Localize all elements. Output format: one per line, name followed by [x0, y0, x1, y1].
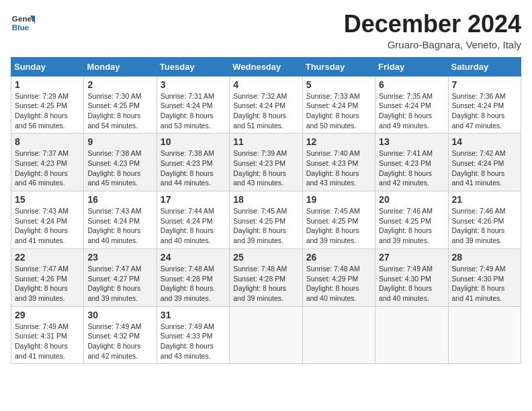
calendar-cell: [230, 306, 302, 364]
day-info: Sunrise: 7:45 AM Sunset: 4:25 PM Dayligh…: [233, 206, 298, 246]
day-number: 21: [452, 194, 517, 205]
calendar-cell: 29Sunrise: 7:49 AM Sunset: 4:31 PM Dayli…: [11, 306, 84, 364]
day-number: 20: [379, 194, 444, 205]
day-info: Sunrise: 7:49 AM Sunset: 4:30 PM Dayligh…: [379, 264, 444, 304]
day-info: Sunrise: 7:29 AM Sunset: 4:25 PM Dayligh…: [15, 91, 80, 131]
day-number: 31: [161, 310, 226, 320]
day-info: Sunrise: 7:41 AM Sunset: 4:23 PM Dayligh…: [379, 148, 444, 188]
day-info: Sunrise: 7:48 AM Sunset: 4:29 PM Dayligh…: [306, 264, 371, 304]
weekday-header-monday: Monday: [84, 57, 157, 76]
day-number: 26: [306, 252, 371, 263]
calendar-cell: 3Sunrise: 7:31 AM Sunset: 4:24 PM Daylig…: [157, 76, 229, 134]
day-info: Sunrise: 7:43 AM Sunset: 4:24 PM Dayligh…: [87, 206, 152, 246]
calendar-cell: 21Sunrise: 7:46 AM Sunset: 4:26 PM Dayli…: [448, 191, 521, 249]
calendar-cell: 26Sunrise: 7:48 AM Sunset: 4:29 PM Dayli…: [302, 248, 375, 306]
calendar-cell: 23Sunrise: 7:47 AM Sunset: 4:27 PM Dayli…: [84, 248, 157, 306]
day-info: Sunrise: 7:49 AM Sunset: 4:33 PM Dayligh…: [161, 322, 226, 361]
calendar-cell: 30Sunrise: 7:49 AM Sunset: 4:32 PM Dayli…: [84, 306, 157, 364]
title-block: December 2024 Gruaro-Bagnara, Veneto, It…: [344, 11, 521, 50]
day-number: 14: [452, 136, 517, 147]
main-title: December 2024: [344, 11, 521, 38]
day-number: 9: [87, 136, 152, 147]
svg-text:Blue: Blue: [12, 23, 30, 32]
calendar-cell: 18Sunrise: 7:45 AM Sunset: 4:25 PM Dayli…: [230, 191, 302, 249]
day-number: 2: [87, 79, 152, 90]
day-info: Sunrise: 7:44 AM Sunset: 4:24 PM Dayligh…: [161, 206, 226, 246]
day-number: 11: [233, 136, 298, 147]
calendar-cell: 27Sunrise: 7:49 AM Sunset: 4:30 PM Dayli…: [375, 248, 448, 306]
day-number: 5: [306, 79, 371, 90]
day-info: Sunrise: 7:42 AM Sunset: 4:24 PM Dayligh…: [452, 148, 517, 188]
day-number: 25: [233, 252, 298, 263]
weekday-header-thursday: Thursday: [302, 57, 375, 76]
day-number: 28: [452, 252, 517, 263]
day-info: Sunrise: 7:43 AM Sunset: 4:24 PM Dayligh…: [15, 206, 80, 246]
day-number: 3: [161, 79, 226, 90]
day-info: Sunrise: 7:33 AM Sunset: 4:24 PM Dayligh…: [306, 91, 371, 131]
calendar-cell: 10Sunrise: 7:38 AM Sunset: 4:23 PM Dayli…: [157, 134, 229, 191]
day-number: 29: [15, 310, 80, 320]
calendar-cell: [448, 306, 521, 364]
day-info: Sunrise: 7:35 AM Sunset: 4:24 PM Dayligh…: [379, 91, 444, 131]
svg-text:General: General: [12, 14, 35, 23]
day-number: 18: [233, 194, 298, 205]
weekday-header-wednesday: Wednesday: [230, 57, 302, 76]
weekday-header-sunday: Sunday: [11, 57, 84, 76]
day-info: Sunrise: 7:49 AM Sunset: 4:30 PM Dayligh…: [452, 264, 517, 304]
calendar-cell: 1Sunrise: 7:29 AM Sunset: 4:25 PM Daylig…: [11, 76, 84, 134]
day-number: 24: [161, 252, 226, 263]
calendar-cell: 31Sunrise: 7:49 AM Sunset: 4:33 PM Dayli…: [157, 306, 229, 364]
calendar-cell: 28Sunrise: 7:49 AM Sunset: 4:30 PM Dayli…: [448, 248, 521, 306]
subtitle: Gruaro-Bagnara, Veneto, Italy: [344, 39, 521, 50]
day-info: Sunrise: 7:47 AM Sunset: 4:26 PM Dayligh…: [15, 264, 80, 304]
day-info: Sunrise: 7:36 AM Sunset: 4:24 PM Dayligh…: [452, 91, 517, 131]
calendar-week-3: 15Sunrise: 7:43 AM Sunset: 4:24 PM Dayli…: [11, 191, 521, 249]
calendar-week-1: 1Sunrise: 7:29 AM Sunset: 4:25 PM Daylig…: [11, 76, 521, 134]
day-number: 27: [379, 252, 444, 263]
calendar-cell: 25Sunrise: 7:48 AM Sunset: 4:28 PM Dayli…: [230, 248, 302, 306]
day-number: 13: [379, 136, 444, 147]
day-info: Sunrise: 7:38 AM Sunset: 4:23 PM Dayligh…: [161, 148, 226, 188]
calendar-week-4: 22Sunrise: 7:47 AM Sunset: 4:26 PM Dayli…: [11, 248, 521, 306]
calendar-cell: 12Sunrise: 7:40 AM Sunset: 4:23 PM Dayli…: [302, 134, 375, 191]
day-number: 15: [15, 194, 80, 205]
day-number: 30: [87, 310, 152, 320]
calendar-cell: [302, 306, 375, 364]
day-info: Sunrise: 7:48 AM Sunset: 4:28 PM Dayligh…: [161, 264, 226, 304]
day-number: 17: [161, 194, 226, 205]
calendar-cell: 17Sunrise: 7:44 AM Sunset: 4:24 PM Dayli…: [157, 191, 229, 249]
day-info: Sunrise: 7:38 AM Sunset: 4:23 PM Dayligh…: [87, 148, 152, 188]
day-info: Sunrise: 7:39 AM Sunset: 4:23 PM Dayligh…: [233, 148, 298, 188]
calendar-cell: 8Sunrise: 7:37 AM Sunset: 4:23 PM Daylig…: [11, 134, 84, 191]
day-info: Sunrise: 7:46 AM Sunset: 4:25 PM Dayligh…: [379, 206, 444, 246]
calendar-cell: 4Sunrise: 7:32 AM Sunset: 4:24 PM Daylig…: [230, 76, 302, 134]
day-info: Sunrise: 7:49 AM Sunset: 4:31 PM Dayligh…: [15, 322, 80, 361]
day-number: 6: [379, 79, 444, 90]
day-info: Sunrise: 7:32 AM Sunset: 4:24 PM Dayligh…: [233, 91, 298, 131]
day-number: 8: [15, 136, 80, 147]
calendar-table: SundayMondayTuesdayWednesdayThursdayFrid…: [11, 57, 521, 365]
day-info: Sunrise: 7:49 AM Sunset: 4:32 PM Dayligh…: [87, 322, 152, 361]
calendar-cell: 19Sunrise: 7:45 AM Sunset: 4:25 PM Dayli…: [302, 191, 375, 249]
day-number: 22: [15, 252, 80, 263]
day-number: 16: [87, 194, 152, 205]
day-info: Sunrise: 7:37 AM Sunset: 4:23 PM Dayligh…: [15, 148, 80, 188]
header: General Blue December 2024 Gruaro-Bagnar…: [11, 11, 521, 50]
calendar-cell: 7Sunrise: 7:36 AM Sunset: 4:24 PM Daylig…: [448, 76, 521, 134]
calendar-cell: 11Sunrise: 7:39 AM Sunset: 4:23 PM Dayli…: [230, 134, 302, 191]
day-number: 7: [452, 79, 517, 90]
day-number: 1: [15, 79, 80, 90]
day-info: Sunrise: 7:47 AM Sunset: 4:27 PM Dayligh…: [87, 264, 152, 304]
day-info: Sunrise: 7:46 AM Sunset: 4:26 PM Dayligh…: [452, 206, 517, 246]
weekday-header-saturday: Saturday: [448, 57, 521, 76]
weekday-header-friday: Friday: [375, 57, 448, 76]
weekday-header-tuesday: Tuesday: [157, 57, 229, 76]
logo-icon: General Blue: [11, 11, 35, 35]
day-info: Sunrise: 7:45 AM Sunset: 4:25 PM Dayligh…: [306, 206, 371, 246]
day-number: 4: [233, 79, 298, 90]
day-number: 12: [306, 136, 371, 147]
calendar-cell: 9Sunrise: 7:38 AM Sunset: 4:23 PM Daylig…: [84, 134, 157, 191]
calendar-cell: 22Sunrise: 7:47 AM Sunset: 4:26 PM Dayli…: [11, 248, 84, 306]
day-info: Sunrise: 7:31 AM Sunset: 4:24 PM Dayligh…: [161, 91, 226, 131]
logo: General Blue: [11, 11, 35, 35]
